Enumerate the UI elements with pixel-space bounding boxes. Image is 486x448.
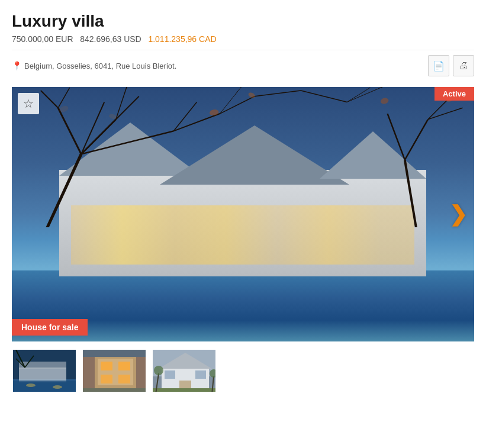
svg-point-56 <box>154 366 163 375</box>
svg-point-34 <box>53 385 62 389</box>
chevron-right-icon: ❯ <box>449 202 467 226</box>
price-usd: 842.696,63 USD <box>80 34 141 44</box>
thumbnail-image-2 <box>83 350 146 392</box>
location-text: Belgium, Gosselies, 6041, Rue Louis Bler… <box>24 62 176 70</box>
svg-rect-32 <box>13 381 77 393</box>
svg-rect-41 <box>101 362 112 370</box>
svg-rect-30 <box>19 368 66 382</box>
document-button[interactable]: 📄 <box>428 55 449 76</box>
main-image-container: Active ☆ ❯ House for sale <box>12 87 474 341</box>
star-icon: ☆ <box>23 96 34 111</box>
listing-type-badge: House for sale <box>12 319 88 336</box>
property-location: 📍 Belgium, Gosselies, 6041, Rue Louis Bl… <box>12 61 176 70</box>
location-pin-icon: 📍 <box>12 61 22 70</box>
thumbnail-3[interactable] <box>152 349 217 393</box>
price-cad: 1.011.235,96 CAD <box>148 34 216 44</box>
document-icon: 📄 <box>433 60 445 72</box>
svg-point-33 <box>26 383 36 387</box>
favorite-button[interactable]: ☆ <box>18 93 39 114</box>
svg-rect-46 <box>83 388 147 393</box>
svg-rect-43 <box>101 375 112 383</box>
property-price: 750.000,00 EUR 842.696,63 USD 1.011.235,… <box>12 34 474 44</box>
location-row: 📍 Belgium, Gosselies, 6041, Rue Louis Bl… <box>12 50 474 81</box>
thumbnail-2[interactable] <box>82 349 147 393</box>
toolbar-buttons: 📄 🖨 <box>428 55 474 76</box>
svg-rect-45 <box>83 350 147 357</box>
print-icon: 🖨 <box>459 60 468 71</box>
next-image-button[interactable]: ❯ <box>449 202 467 227</box>
active-badge: Active <box>434 87 474 101</box>
svg-rect-31 <box>19 362 66 369</box>
svg-rect-53 <box>195 370 206 379</box>
thumbnail-image-1 <box>13 350 76 392</box>
thumbnail-image-3 <box>153 350 215 392</box>
house-roof-right <box>320 131 426 179</box>
thumbnails-row <box>12 349 474 393</box>
price-eur: 750.000,00 EUR <box>12 34 73 44</box>
house-windows <box>71 205 414 265</box>
main-image-background <box>12 87 474 341</box>
property-title: Luxury villa <box>12 12 474 31</box>
thumbnail-1[interactable] <box>12 349 77 393</box>
print-button[interactable]: 🖨 <box>453 55 474 76</box>
svg-rect-54 <box>153 388 217 393</box>
svg-rect-52 <box>165 370 175 379</box>
svg-rect-44 <box>118 375 130 383</box>
svg-rect-42 <box>118 362 130 370</box>
